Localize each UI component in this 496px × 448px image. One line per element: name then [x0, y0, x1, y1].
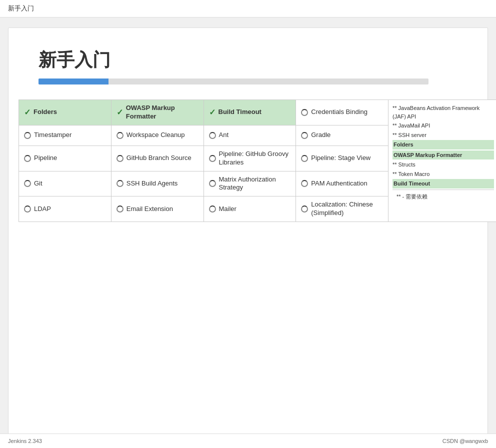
cell-label: Mailer: [219, 205, 236, 214]
loading-icon: [116, 132, 124, 139]
cell-label: Pipeline: GitHub Groovy Libraries: [219, 150, 291, 167]
loading-icon: [301, 132, 308, 139]
page-header: 新手入门: [8, 28, 488, 94]
loading-icon: [301, 206, 308, 212]
side-panel-item: ** Structs: [392, 160, 494, 169]
side-panel-item: ** Token Macro: [392, 170, 494, 178]
loading-icon: [301, 180, 308, 187]
check-icon: ✓: [24, 108, 30, 117]
cell-label: PAM Authentication: [311, 180, 368, 188]
cell-label: Build Timeout: [218, 108, 262, 116]
grid-cell: Email Extension: [112, 196, 204, 222]
plugin-table-area: ✓Folders✓OWASP Markup Formatter✓Build Ti…: [8, 100, 488, 222]
grid-cell: Git: [19, 172, 112, 196]
loading-icon: [116, 155, 124, 162]
cell-label: Credentials Binding: [311, 108, 368, 116]
cell-label: SSH Build Agents: [126, 180, 178, 188]
loading-icon: [301, 109, 308, 116]
plugin-grid: ✓Folders✓OWASP Markup Formatter✓Build Ti…: [18, 100, 388, 222]
cell-label: Localization: Chinese (Simplified): [311, 200, 383, 218]
grid-cell: GitHub Branch Source: [112, 146, 204, 171]
loading-icon: [24, 206, 31, 212]
loading-icon: [209, 180, 216, 187]
cell-label: GitHub Branch Source: [126, 154, 192, 162]
main-content: 新手入门 ✓Folders✓OWASP Markup Formatter✓Bui…: [8, 28, 488, 438]
grid-cell: Mailer: [204, 196, 296, 222]
top-bar: 新手入门: [0, 0, 496, 18]
grid-cell: PAM Authentication: [296, 172, 388, 196]
grid-cell: Pipeline: Stage View: [296, 146, 388, 171]
grid-row: GitSSH Build AgentsMatrix Authorization …: [19, 172, 388, 197]
grid-cell: Workspace Cleanup: [112, 126, 204, 146]
footer-right: CSDN @wangwxb: [442, 438, 488, 444]
loading-icon: [209, 155, 216, 162]
cell-label: Folders: [34, 108, 57, 116]
loading-icon: [301, 155, 308, 162]
grid-cell: Matrix Authorization Strategy: [204, 172, 296, 196]
grid-row: TimestamperWorkspace CleanupAntGradle: [19, 126, 388, 146]
grid-cell: LDAP: [19, 196, 112, 222]
side-panel: ** JavaBeans Activation Framework (JAF) …: [388, 100, 496, 222]
grid-row: ✓Folders✓OWASP Markup Formatter✓Build Ti…: [19, 100, 388, 126]
grid-cell: Pipeline: [19, 146, 112, 171]
check-icon: ✓: [116, 108, 123, 117]
page-title: 新手入门: [38, 48, 458, 72]
cell-label: Timestamper: [34, 131, 72, 140]
loading-icon: [209, 206, 216, 212]
grid-cell: ✓OWASP Markup Formatter: [112, 100, 204, 125]
loading-icon: [24, 155, 31, 162]
side-panel-item: Build Timeout: [392, 179, 494, 188]
grid-row: PipelineGitHub Branch SourcePipeline: Gi…: [19, 146, 388, 172]
progress-bar-container: [38, 78, 428, 84]
grid-cell: Pipeline: GitHub Groovy Libraries: [204, 146, 296, 171]
grid-cell: Timestamper: [19, 126, 112, 146]
top-bar-title: 新手入门: [8, 4, 34, 12]
cell-label: OWASP Markup Formatter: [126, 104, 198, 121]
loading-icon: [116, 206, 124, 212]
loading-icon: [24, 132, 31, 139]
loading-icon: [209, 132, 216, 139]
side-panel-item: Folders: [392, 140, 494, 150]
legend: ** - 需要依赖: [392, 190, 494, 204]
side-panel-item: OWASP Markup Formatter: [392, 150, 494, 160]
footer-bar: Jenkins 2.343 CSDN @wangwxb: [0, 434, 496, 448]
grid-cell: ✓Folders: [19, 100, 112, 125]
cell-label: Git: [34, 180, 42, 188]
side-panel-item: ** JavaBeans Activation Framework (JAF) …: [392, 104, 494, 120]
cell-label: Matrix Authorization Strategy: [219, 176, 291, 192]
loading-icon: [116, 180, 124, 187]
grid-row: LDAPEmail ExtensionMailerLocalization: C…: [19, 196, 388, 222]
cell-label: Pipeline: [34, 154, 57, 162]
grid-cell: Gradle: [296, 126, 388, 146]
check-icon: ✓: [209, 108, 216, 117]
progress-bar-fill: [38, 78, 108, 84]
grid-cell: Localization: Chinese (Simplified): [296, 196, 388, 222]
grid-cell: SSH Build Agents: [112, 172, 204, 196]
side-panel-item: ** JavaMail API: [392, 122, 494, 130]
grid-cell: Ant: [204, 126, 296, 146]
side-panel-item: ** SSH server: [392, 131, 494, 140]
grid-cell: Credentials Binding: [296, 100, 388, 125]
cell-label: Workspace Cleanup: [126, 131, 185, 140]
loading-icon: [24, 180, 31, 187]
cell-label: Pipeline: Stage View: [311, 154, 370, 162]
cell-label: LDAP: [34, 205, 51, 214]
cell-label: Email Extension: [126, 205, 173, 214]
footer-left: Jenkins 2.343: [8, 438, 42, 444]
cell-label: Ant: [219, 131, 229, 140]
grid-cell: ✓Build Timeout: [204, 100, 296, 125]
cell-label: Gradle: [311, 131, 330, 140]
